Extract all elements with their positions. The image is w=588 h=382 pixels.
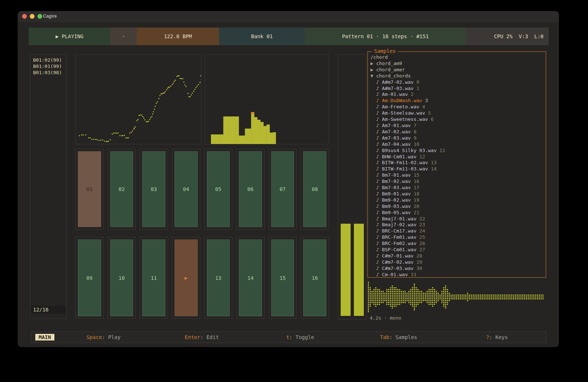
sample-file-row[interactable]: ♪ A#m7-02.wav 0 [370, 79, 544, 86]
sample-file-row[interactable]: ♪ A#m7-03.wav 1 [370, 86, 544, 92]
sample-file-row[interactable]: ♪ Am7-02.wav 8 [370, 129, 544, 135]
sample-file-row[interactable]: ♪ Bm7-03.wav 17 [370, 185, 544, 191]
sample-file-name: BITW-Fm11-03.wav [382, 166, 428, 172]
pad-11[interactable]: 11 [142, 239, 165, 316]
pad-01[interactable]: 01 [78, 151, 101, 227]
pad-08[interactable]: 08 [303, 151, 326, 227]
sample-file-row[interactable]: ♪ C#m7-03.wav 30 [370, 266, 544, 272]
sample-file-row[interactable]: ♪ Bm9-01.wav 18 [370, 191, 544, 197]
pad-15[interactable]: 15 [271, 239, 294, 316]
sample-file-row[interactable]: ♪ C#m7-01.wav 28 [370, 253, 544, 259]
sample-file-row[interactable]: ♪ BHW-Cm01.wav 12 [370, 154, 544, 160]
transport-status[interactable]: ▶ PLAYING [29, 28, 110, 45]
sample-file-row[interactable]: ♪ Am-Steelsaw.wav 5 [370, 110, 544, 116]
sample-file-row[interactable]: ♪ Bmaj7-02.wav 23 [370, 222, 544, 228]
sample-file-row[interactable]: ♪ B9sus4 Silky 03.wav 11 [370, 148, 544, 154]
sample-index: 5 [425, 110, 431, 116]
sample-index: 2 [408, 91, 414, 97]
step-position: 12/16 [31, 306, 66, 313]
sample-file-row[interactable]: ♪ Bmaj7-01.wav 22 [370, 216, 544, 222]
sample-file-row[interactable]: ♪ Am-Freeto.wav 4 [370, 104, 544, 110]
note-icon: ♪ [370, 104, 382, 109]
sample-index: 14 [428, 166, 437, 172]
note-icon: ♪ [370, 241, 382, 246]
sample-file-row[interactable]: ♪ Am7-01.wav 7 [370, 123, 544, 129]
note-icon: ♪ [370, 135, 382, 141]
app-window: Cagire ▶ PLAYING · 122.0 BPM Bank 01 Pat… [18, 11, 559, 347]
pad-04[interactable]: 04 [175, 151, 198, 227]
sample-index: 9 [411, 135, 417, 141]
sample-file-row[interactable]: ♪ Am7-03.wav 9 [370, 135, 544, 141]
pad-05[interactable]: 05 [207, 151, 230, 227]
sample-file-name: Am-Steelsaw.wav [382, 110, 425, 116]
sample-file-name: Bm9-05.wav [382, 210, 410, 215]
pad-10[interactable]: 10 [110, 239, 133, 316]
sample-file-row[interactable]: ♪ Bm7-01.wav 15 [370, 172, 544, 179]
sample-file-row[interactable]: ♪ BRC-Fm01.wav 25 [370, 234, 544, 241]
sample-index: 27 [416, 247, 425, 252]
sample-file-name: BRC-Cm17.wav [382, 228, 416, 234]
pad-03[interactable]: 03 [142, 151, 165, 227]
sample-index: 17 [411, 185, 419, 190]
folder-row[interactable]: ▶ chord_amer [370, 67, 544, 73]
transport-beat-dot: · [110, 28, 137, 45]
sample-file-row[interactable]: ♪ BRC-Fm02.wav 26 [370, 241, 544, 247]
note-icon: ♪ [370, 259, 382, 265]
sample-index: 31 [408, 272, 416, 277]
zoom-button[interactable] [37, 14, 42, 19]
pad-12-cursor[interactable]: ▶ [175, 239, 198, 316]
sample-file-name: BITW-Fm11-02.wav [382, 160, 428, 165]
sample-file-row[interactable]: ♪ BSP-Cm01.wav 27 [370, 247, 544, 253]
sample-file-row[interactable]: ♪ BITW-Fm11-03.wav 14 [370, 166, 544, 172]
sample-index: 22 [416, 216, 425, 221]
folder-row[interactable]: ▶ chord_am9 [370, 61, 544, 67]
voice-queue-list: B01:02(99) B01:01(99) B01:03(98) [31, 55, 66, 78]
close-button[interactable] [22, 14, 27, 19]
sample-file-row[interactable]: ♪ Bm9-02.wav 19 [370, 197, 544, 203]
folder-row[interactable]: ▼ chord_chords [370, 73, 544, 79]
sample-file-name: C#m7-01.wav [382, 253, 413, 259]
pad-cell: 11 [140, 237, 168, 319]
sample-index: 16 [411, 179, 419, 184]
pad-14[interactable]: 14 [239, 239, 262, 316]
key-hint-toggle: t: Toggle [251, 334, 349, 340]
sample-file-name: Bm9-02.wav [382, 197, 410, 203]
sample-file-row[interactable]: ♪ BITW-Fm11-02.wav 13 [370, 160, 544, 166]
sample-file-name: C#m7-03.wav [382, 266, 413, 271]
note-icon: ♪ [370, 79, 382, 85]
mode-badge: MAIN [35, 334, 54, 340]
sample-file-row[interactable]: ♪ Bm9-05.wav 21 [370, 210, 544, 216]
pad-09[interactable]: 09 [78, 239, 101, 316]
bank-display[interactable]: Bank 01 [219, 28, 305, 45]
pattern-display[interactable]: Pattern 01 · 16 steps · #151 [305, 28, 466, 45]
folder-open-icon: ▼ [370, 73, 373, 79]
pad-06[interactable]: 06 [239, 151, 262, 227]
sample-file-name: Am-Freeto.wav [382, 104, 419, 109]
sample-index: 21 [411, 210, 419, 215]
key-hint-keys: ?: Keys [448, 334, 546, 340]
sample-file-row[interactable]: ♪ Am-DubWash.wav 3 [370, 98, 544, 104]
pad-cell: 16 [301, 237, 329, 319]
sample-file-row[interactable]: ♪ Bm7-02.wav 16 [370, 179, 544, 185]
sample-index: 24 [416, 228, 425, 234]
minimize-button[interactable] [30, 14, 35, 19]
pad-07[interactable]: 07 [271, 151, 294, 227]
bpm-display[interactable]: 122.0 BPM [137, 28, 219, 45]
sample-file-row[interactable]: ♪ BRC-Cm17.wav 24 [370, 228, 544, 234]
sample-browser-title: Samples [372, 48, 398, 54]
pad-16[interactable]: 16 [303, 239, 326, 316]
sample-index: 4 [419, 104, 425, 109]
pad-13[interactable]: 13 [207, 239, 230, 316]
sample-file-row[interactable]: ♪ Cm-01.wav 31 [370, 272, 544, 278]
sample-file-row[interactable]: ♪ Am-Sweetness.wav 6 [370, 116, 544, 123]
sample-file-name: B9sus4 Silky 03.wav [382, 148, 437, 153]
pad-grid: 0102030405060708091011▶13141516 [75, 149, 329, 319]
sample-file-row[interactable]: ♪ Bm9-03.wav 20 [370, 203, 544, 210]
sample-file-row[interactable]: ♪ C#m7-02.wav 29 [370, 259, 544, 266]
sample-file-row[interactable]: ♪ Am-01.wav 2 [370, 91, 544, 98]
sample-index: 19 [411, 197, 419, 203]
sample-file-row[interactable]: ♪ Am7-04.wav 10 [370, 141, 544, 148]
sample-tree: /chord▶ chord_am9▶ chord_amer▼ chord_cho… [368, 52, 546, 278]
pad-02[interactable]: 02 [110, 151, 133, 227]
pad-cell: 08 [301, 149, 329, 230]
